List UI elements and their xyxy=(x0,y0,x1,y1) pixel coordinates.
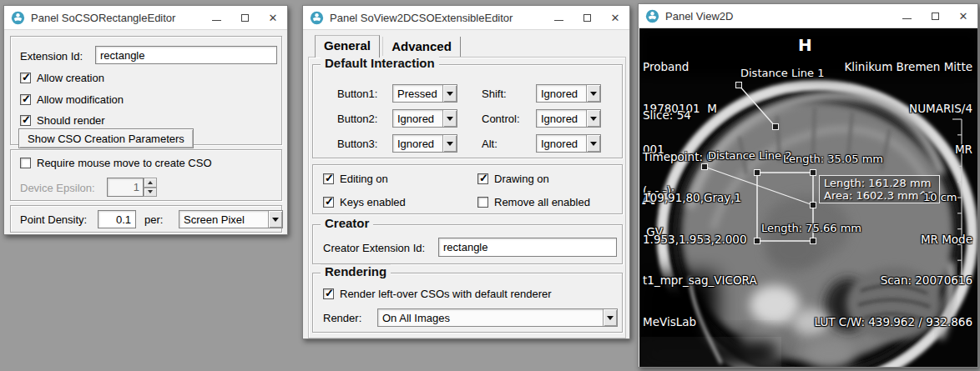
remove-all-enabled-checkbox[interactable]: Remove all enabled xyxy=(477,196,590,208)
per-label: per: xyxy=(144,213,163,226)
spacing-info: 1.953,1.953,2.000 xyxy=(643,233,757,248)
patient-name: Proband xyxy=(643,60,717,75)
alt-combo[interactable]: Ignored xyxy=(536,134,601,153)
close-button[interactable]: ✕ xyxy=(601,6,629,29)
distance-line-1-label: Distance Line 1 xyxy=(740,67,824,79)
mevislab-icon xyxy=(645,9,659,23)
checkbox-box xyxy=(477,197,488,208)
control-combo[interactable]: Ignored xyxy=(536,109,601,128)
window-view2d: Panel View2D ✕ xyxy=(638,3,978,368)
window-soview2dcsoextensibleeditor: Panel SoView2DCSOExtensibleEditor ✕ Gene… xyxy=(302,5,630,339)
chevron-down-icon xyxy=(586,135,600,152)
render-leftover-csos-checkbox[interactable]: Render left-over CSOs with default rende… xyxy=(323,288,552,300)
device-epsilon-label: Device Epsilon: xyxy=(20,182,95,194)
scan-date: Scan: 20070616 xyxy=(815,273,972,288)
spin-up-icon[interactable] xyxy=(144,178,157,188)
allow-modification-checkbox[interactable]: Allow modification xyxy=(20,93,124,106)
render-label: Render: xyxy=(323,312,361,324)
checkbox-box xyxy=(323,288,334,299)
mevislab-icon xyxy=(11,11,25,25)
panel-content: General Advanced Default Interaction But… xyxy=(303,30,629,338)
window-title: Panel SoCSORectangleEditor xyxy=(31,12,196,24)
shift-label: Shift: xyxy=(482,88,507,100)
window-title: Panel View2D xyxy=(665,10,887,23)
checkbox-box xyxy=(20,94,31,105)
creator-extension-id-input[interactable] xyxy=(438,238,617,257)
maximize-button[interactable] xyxy=(573,6,601,29)
checkbox-label: Keys enabled xyxy=(340,196,406,208)
creator-extension-id-label: Creator Extension Id: xyxy=(323,242,425,254)
button2-combo[interactable]: Ignored xyxy=(392,109,457,128)
area-measurement: Area: 1602.3 mm^2 xyxy=(824,189,935,202)
shift-combo[interactable]: Ignored xyxy=(536,84,601,103)
keys-enabled-checkbox[interactable]: Keys enabled xyxy=(323,196,406,208)
spin-down-icon[interactable] xyxy=(144,188,157,198)
render-combo[interactable]: On All Images xyxy=(377,308,618,327)
maximize-button[interactable] xyxy=(921,4,949,28)
combo-value: Ignored xyxy=(393,113,442,125)
mode-label: MR Mode xyxy=(815,233,972,248)
combo-value: Ignored xyxy=(537,88,586,100)
ruler-scale-label: 10 cm xyxy=(923,191,957,203)
group-title: Default Interaction xyxy=(321,56,439,70)
should-render-checkbox[interactable]: Should render xyxy=(20,114,105,127)
show-cso-creation-parameters-button[interactable]: Show CSO Creation Parameters xyxy=(18,128,194,148)
cso-options-group: Extension Id: Allow creation Allow modif… xyxy=(10,36,282,145)
require-mouse-move-checkbox[interactable]: Require mouse move to create CSO xyxy=(20,157,212,169)
allow-creation-checkbox[interactable]: Allow creation xyxy=(20,72,104,84)
close-button[interactable]: ✕ xyxy=(259,6,287,29)
maximize-button[interactable] xyxy=(230,6,259,29)
combo-value: Ignored xyxy=(537,113,586,125)
chevron-down-icon xyxy=(603,309,617,326)
chevron-down-icon xyxy=(442,110,457,127)
chevron-down-icon xyxy=(586,110,600,127)
view2d-canvas[interactable]: Proband 19780101 M 001 (- - -): GV Klini… xyxy=(639,28,977,367)
checkbox-box xyxy=(323,173,334,184)
checkbox-box xyxy=(477,173,488,184)
button3-combo[interactable]: Ignored xyxy=(392,134,457,153)
chevron-down-icon xyxy=(268,211,282,228)
checkbox-box xyxy=(20,158,31,168)
point-density-group: Point Density: per: Screen Pixel xyxy=(10,205,282,233)
slice-info-block: Slice: 54 Timepoint: 0 109,91,80,Gray,1 … xyxy=(643,82,757,356)
combo-value: Ignored xyxy=(537,138,586,150)
combo-value: Screen Pixel xyxy=(179,213,268,226)
length-measurement: Length: 161.28 mm xyxy=(824,177,935,189)
checkbox-label: Render left-over CSOs with default rende… xyxy=(340,288,552,300)
close-button[interactable]: ✕ xyxy=(949,4,977,28)
tab-general[interactable]: General xyxy=(315,35,380,58)
titlebar[interactable]: Panel SoCSORectangleEditor ✕ xyxy=(4,6,287,30)
titlebar[interactable]: Panel View2D ✕ xyxy=(639,4,977,28)
minimize-button[interactable] xyxy=(892,4,921,28)
button1-combo[interactable]: Pressed xyxy=(392,84,457,103)
checkbox-label: Remove all enabled xyxy=(494,196,590,208)
checkbox-box xyxy=(20,115,31,126)
slice-number: Slice: 54 xyxy=(643,108,757,123)
button3-label: Button3: xyxy=(337,138,377,150)
titlebar[interactable]: Panel SoView2DCSOExtensibleEditor ✕ xyxy=(303,6,629,30)
checkbox-label: Require mouse move to create CSO xyxy=(37,157,212,169)
checkbox-label: Editing on xyxy=(340,173,388,185)
tab-advanced[interactable]: Advanced xyxy=(382,37,461,58)
voxel-info: 109,91,80,Gray,1 xyxy=(643,191,757,206)
minimize-button[interactable] xyxy=(544,6,573,29)
mevislab-watermark: MeVisLab xyxy=(643,315,757,330)
device-epsilon-stepper[interactable]: 1 xyxy=(107,178,157,197)
orientation-marker-h: H xyxy=(798,35,812,55)
combo-value: Pressed xyxy=(393,88,442,100)
tab-page: Default Interaction Button1: Pressed Shi… xyxy=(308,57,626,338)
point-density-unit-combo[interactable]: Screen Pixel xyxy=(179,210,283,228)
checkbox-box xyxy=(323,197,334,208)
drawing-on-checkbox[interactable]: Drawing on xyxy=(477,173,549,185)
minimize-button[interactable] xyxy=(202,6,230,29)
control-label: Control: xyxy=(482,113,520,125)
group-title: Creator xyxy=(321,216,373,230)
extension-id-input[interactable] xyxy=(95,46,277,64)
checkbox-box xyxy=(20,73,31,83)
chevron-down-icon xyxy=(442,85,457,102)
editing-on-checkbox[interactable]: Editing on xyxy=(323,173,388,185)
chevron-down-icon xyxy=(442,135,457,152)
group-title: Rendering xyxy=(321,264,391,278)
point-density-input[interactable] xyxy=(98,210,136,228)
default-interaction-group: Default Interaction Button1: Pressed Shi… xyxy=(312,64,623,158)
